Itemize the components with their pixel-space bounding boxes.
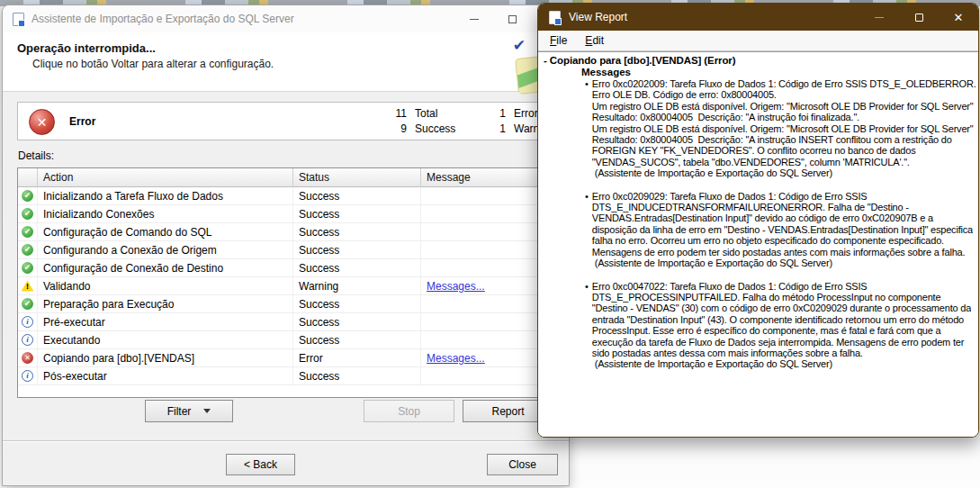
table-row[interactable]: ✔ Configurando a Conexão de Origem Succe… bbox=[18, 241, 560, 259]
row-action: Preparação para Execução bbox=[38, 295, 293, 313]
wizard-maximize-button[interactable] bbox=[493, 5, 531, 32]
stat-total-value: 11 bbox=[380, 107, 407, 120]
row-action: Configuração de Conexão de Destino bbox=[38, 259, 293, 277]
stat-warning-value: 1 bbox=[491, 122, 506, 135]
error-message-item: • Erro 0xc0209029: Tarefa Fluxo de Dados… bbox=[585, 191, 978, 269]
table-row[interactable]: ✔ Inicializando Conexões Success bbox=[18, 205, 560, 223]
report-titlebar[interactable]: View Report ✕ bbox=[538, 4, 978, 31]
report-close-button[interactable]: ✕ bbox=[939, 4, 978, 31]
row-status: Success bbox=[293, 367, 421, 385]
info-icon: i bbox=[22, 334, 33, 346]
error-message-text: Erro 0xc0202009: Tarefa Fluxo de Dados 1… bbox=[592, 78, 976, 179]
row-action: Executando bbox=[38, 331, 293, 349]
row-action: Configuração de Comando do SQL bbox=[38, 223, 293, 241]
chevron-down-icon bbox=[203, 409, 211, 413]
success-icon: ✔ bbox=[22, 262, 33, 274]
row-status: Success bbox=[293, 241, 421, 259]
wizard-app-icon bbox=[13, 13, 24, 26]
row-status: Success bbox=[293, 205, 421, 223]
bullet-icon: • bbox=[585, 191, 589, 269]
messages-link[interactable]: Messages... bbox=[427, 352, 485, 365]
table-row[interactable]: i Executando Success bbox=[18, 331, 560, 349]
table-header-row: Action Status Message bbox=[18, 168, 560, 187]
report-window-title: View Report bbox=[569, 11, 627, 23]
info-icon: i bbox=[22, 370, 33, 382]
stat-success-label: Success bbox=[415, 122, 483, 135]
table-header-gutter bbox=[18, 168, 38, 187]
row-action: Pré-executar bbox=[38, 313, 293, 331]
report-minimize-button[interactable] bbox=[859, 4, 899, 31]
table-row[interactable]: ✔ Configuração de Conexão de Destino Suc… bbox=[18, 259, 560, 277]
summary-status-label: Error bbox=[69, 115, 95, 128]
row-status: Success bbox=[293, 331, 421, 349]
success-icon: ✔ bbox=[22, 208, 33, 220]
menu-file[interactable]: File bbox=[544, 32, 573, 49]
messages-section-label: Messages bbox=[581, 67, 978, 77]
row-action: Configurando a Conexão de Origem bbox=[38, 241, 293, 259]
messages-link[interactable]: Messages... bbox=[427, 280, 485, 293]
table-header-status[interactable]: Status bbox=[293, 168, 421, 187]
page-subtitle: Clique no botão Voltar para alterar a co… bbox=[32, 58, 569, 70]
row-status: Error bbox=[293, 349, 421, 367]
wizard-window-title: Assistente de Importação e Exportação do… bbox=[31, 13, 294, 25]
menu-edit[interactable]: Edit bbox=[579, 32, 610, 49]
back-button[interactable]: < Back bbox=[226, 454, 295, 475]
table-row[interactable]: i Pré-executar Success bbox=[18, 313, 560, 331]
report-menubar: File Edit bbox=[538, 31, 978, 51]
row-status: Success bbox=[293, 259, 421, 277]
row-status: Success bbox=[293, 313, 421, 331]
filter-button[interactable]: Filter bbox=[145, 400, 233, 422]
footer-divider bbox=[3, 440, 569, 442]
bullet-icon: • bbox=[585, 78, 589, 179]
summary-box: ✕ Error 11 Total 1 Error 9 Success 1 War… bbox=[17, 102, 558, 140]
error-message-item: • Erro 0xc0047022: Tarefa Fluxo de Dados… bbox=[585, 281, 978, 370]
row-status: Success bbox=[293, 223, 421, 241]
warning-icon: ! bbox=[22, 281, 34, 292]
table-row[interactable]: ! Validando Warning Messages... bbox=[18, 277, 560, 295]
error-icon: ✕ bbox=[22, 352, 33, 364]
stat-success-value: 9 bbox=[380, 122, 407, 135]
details-table: Action Status Message ✔ Inicializando a … bbox=[17, 167, 561, 398]
row-status: Warning bbox=[293, 277, 421, 295]
report-content[interactable]: - Copiando para [dbo].[VENDAS] (Error) M… bbox=[538, 51, 978, 437]
error-message-text: Erro 0xc0209029: Tarefa Fluxo de Dados 1… bbox=[592, 191, 973, 269]
view-report-window: View Report ✕ File Edit - Copiando para … bbox=[537, 3, 979, 438]
row-status: Success bbox=[293, 187, 421, 205]
row-action: Inicializando Conexões bbox=[38, 205, 293, 223]
info-icon: i bbox=[22, 316, 33, 328]
stat-total-label: Total bbox=[415, 107, 483, 120]
table-row[interactable]: i Pós-executar Success bbox=[18, 367, 560, 385]
report-maximize-button[interactable] bbox=[899, 4, 939, 31]
page-title: Operação interrompida... bbox=[17, 41, 569, 55]
table-row[interactable]: ✔ Preparação para Execução Success bbox=[18, 295, 560, 313]
table-row[interactable]: ✔ Configuração de Comando do SQL Success bbox=[18, 223, 560, 241]
filter-button-label: Filter bbox=[167, 405, 192, 418]
row-action: Inicializando a Tarefa Fluxo de Dados bbox=[38, 187, 293, 205]
minimize-icon bbox=[470, 19, 479, 20]
maximize-icon bbox=[508, 15, 517, 23]
success-icon: ✔ bbox=[22, 244, 33, 256]
report-heading: - Copiando para [dbo].[VENDAS] (Error) bbox=[544, 55, 978, 66]
wizard-window: Assistente de Importação e Exportação do… bbox=[2, 5, 570, 486]
table-row[interactable]: ✕ Copiando para [dbo].[VENDAS] Error Mes… bbox=[18, 349, 560, 367]
wizard-header: Operação interrompida... Clique no botão… bbox=[3, 32, 569, 92]
close-button[interactable]: Close bbox=[487, 454, 558, 475]
error-message-item: • Erro 0xc0202009: Tarefa Fluxo de Dados… bbox=[585, 78, 978, 179]
stop-button: Stop bbox=[364, 400, 454, 422]
success-icon: ✔ bbox=[22, 298, 33, 310]
row-status: Success bbox=[293, 295, 421, 313]
stat-error-value: 1 bbox=[491, 107, 506, 120]
success-icon: ✔ bbox=[22, 190, 33, 202]
error-message-text: Erro 0xc0047022: Tarefa Fluxo de Dados 1… bbox=[592, 281, 971, 370]
row-action: Validando bbox=[38, 277, 293, 295]
error-status-icon: ✕ bbox=[29, 109, 55, 135]
table-row[interactable]: ✔ Inicializando a Tarefa Fluxo de Dados … bbox=[18, 187, 560, 205]
wizard-minimize-button[interactable] bbox=[455, 5, 493, 32]
table-header-action[interactable]: Action bbox=[38, 168, 293, 187]
bullet-icon: • bbox=[585, 281, 589, 370]
maximize-icon bbox=[915, 14, 923, 22]
success-icon: ✔ bbox=[22, 226, 33, 238]
wizard-titlebar[interactable]: Assistente de Importação e Exportação do… bbox=[3, 5, 569, 32]
details-label: Details: bbox=[18, 149, 54, 162]
report-app-icon bbox=[549, 11, 561, 24]
